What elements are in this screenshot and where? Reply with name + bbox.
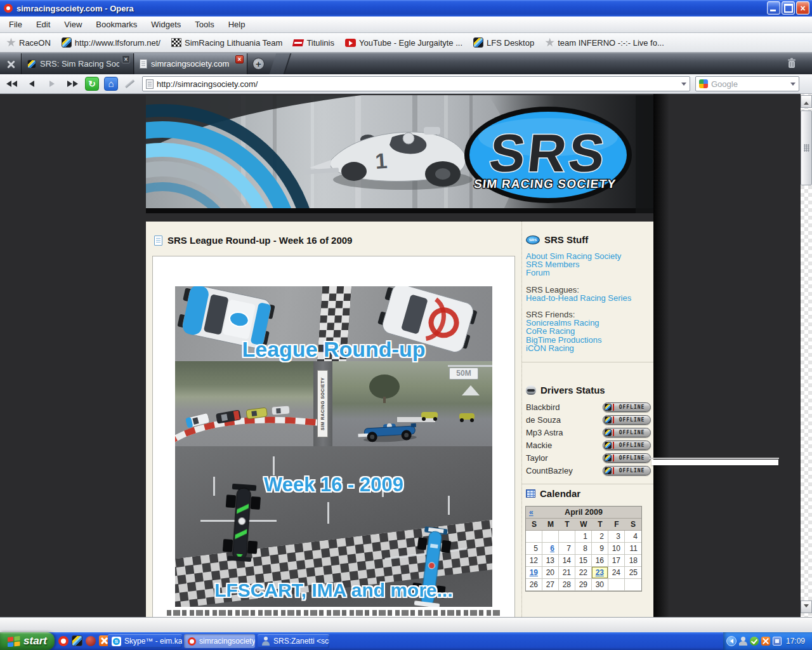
link-icon-racing[interactable]: iCON Racing xyxy=(526,344,652,352)
status-badge: OFFLINE xyxy=(603,466,651,475)
lfs-icon xyxy=(605,404,612,411)
distance-sign: 50M xyxy=(449,368,478,380)
url-input[interactable] xyxy=(157,79,678,89)
calendar-day: 26 xyxy=(526,579,542,591)
search-input[interactable] xyxy=(711,79,787,89)
lfs-icon xyxy=(27,60,36,69)
status-badge: OFFLINE xyxy=(603,428,651,437)
calendar-day: 14 xyxy=(559,555,575,567)
calendar-day: 30 xyxy=(592,579,608,591)
collage-caption-top: League Round-up xyxy=(175,337,492,362)
google-icon xyxy=(699,79,708,88)
banner-art: 1 SRS SIM RACING SOCIETY xyxy=(146,95,653,213)
opera-icon[interactable] xyxy=(58,636,69,646)
bookmark-team-inferno[interactable]: team INFERNO -:-:- Live fo... xyxy=(545,38,664,48)
tab-bar: SRS: Sim Racing Society... × simracingso… xyxy=(0,53,812,74)
bookmark-titulinis[interactable]: Titulinis xyxy=(293,38,334,48)
close-button[interactable]: × xyxy=(796,1,809,15)
menu-tools[interactable]: Tools xyxy=(188,18,220,31)
article-title-row: SRS League Round-up - Week 16 of 2009 xyxy=(154,235,352,246)
svg-text:SIM RACING SOCIETY: SIM RACING SOCIETY xyxy=(473,177,617,190)
search-field[interactable] xyxy=(695,76,799,91)
collage-caption-bottom: LFSCART, IMA and more... xyxy=(175,580,492,601)
windows-update-icon[interactable] xyxy=(773,637,782,646)
red-orb-icon[interactable] xyxy=(86,636,96,646)
menu-view[interactable]: View xyxy=(58,18,88,31)
start-button[interactable]: start xyxy=(0,632,55,650)
bookmark-lfs-desktop[interactable]: LFS Desktop xyxy=(473,37,534,48)
lfs-icon[interactable] xyxy=(72,635,82,646)
calendar-day-today[interactable]: 23 xyxy=(592,567,608,579)
status-badge: OFFLINE xyxy=(603,415,651,425)
window-titlebar: simracingsociety.com - Opera × xyxy=(0,0,812,17)
home-button[interactable]: ⌂ xyxy=(104,77,118,91)
tab-simracingsociety[interactable]: simracingsociety.com × xyxy=(134,53,247,74)
bookmark-raceon[interactable]: RaceON xyxy=(6,38,51,48)
vertical-scrollbar[interactable] xyxy=(801,94,812,617)
link-bigtime[interactable]: BigTime Productions xyxy=(526,336,652,344)
scrollbar-thumb[interactable] xyxy=(801,110,812,185)
close-tab-icon[interactable]: × xyxy=(235,55,244,63)
link-head-to-head[interactable]: Head-to-Head Racing Series xyxy=(526,294,652,302)
scroll-down-button[interactable] xyxy=(801,600,812,613)
article-image[interactable]: SIM RACING SOCIETY 50M League Round-up W… xyxy=(175,286,492,607)
scroll-up-button[interactable] xyxy=(801,95,812,108)
maximize-button[interactable] xyxy=(782,1,795,15)
close-tab-icon[interactable]: × xyxy=(122,55,130,63)
tab-srs-sim-racing-society[interactable]: SRS: Sim Racing Society... × xyxy=(22,53,134,74)
bookmark-lfsforum[interactable]: http://www.lfsforum.net/ xyxy=(62,37,160,48)
svg-text:1: 1 xyxy=(374,149,388,173)
chevron-down-icon[interactable] xyxy=(790,83,796,88)
menu-bookmarks[interactable]: Bookmarks xyxy=(89,18,143,31)
start-label: start xyxy=(23,635,47,647)
xampp-icon[interactable] xyxy=(761,637,770,646)
bookmark-simracing-lithuania[interactable]: SimRacing Lithuania Team xyxy=(171,38,282,48)
menu-file[interactable]: File xyxy=(3,18,29,31)
lfs-icon xyxy=(605,442,612,449)
srs-logo-icon: SRS xyxy=(526,235,540,244)
calendar-prev-button[interactable]: « xyxy=(529,508,534,517)
calendar-day: 16 xyxy=(592,555,608,567)
tray-collapse-icon[interactable] xyxy=(726,636,737,646)
calendar-day xyxy=(625,579,641,591)
calendar-day xyxy=(559,531,575,543)
new-tab-button[interactable]: + xyxy=(252,58,265,70)
calendar-day: 13 xyxy=(542,555,559,567)
taskbar-item-simracingsociety[interactable]: simracingsociety.com ... xyxy=(184,634,255,648)
url-field[interactable] xyxy=(142,76,690,91)
taskbar-item-skype[interactable]: S Skype™ - eim.kasp xyxy=(108,634,182,648)
bookmark-youtube[interactable]: YouTube - Egle Jurgaityte ... xyxy=(345,38,462,48)
window-title: simracingsociety.com - Opera xyxy=(16,4,134,13)
panels-toggle-button[interactable] xyxy=(0,53,22,74)
back-button[interactable] xyxy=(24,76,39,91)
menu-help[interactable]: Help xyxy=(222,18,252,31)
calendar-day-link[interactable]: 19 xyxy=(526,567,542,579)
pencil-icon[interactable] xyxy=(123,77,137,91)
calendar-day: 10 xyxy=(608,543,625,555)
lfs-icon xyxy=(62,37,72,48)
skype-online-icon[interactable] xyxy=(750,637,759,646)
taskbar-item-srs-zanetti[interactable]: SRS:Zanetti <scuderi... xyxy=(258,634,329,648)
calendar-icon xyxy=(526,489,535,498)
trash-icon[interactable] xyxy=(785,57,798,70)
lfs-icon xyxy=(473,37,483,48)
rewind-button[interactable] xyxy=(4,76,19,91)
menu-edit[interactable]: Edit xyxy=(30,18,56,31)
chevron-down-icon[interactable] xyxy=(681,83,686,88)
forward-button[interactable] xyxy=(44,76,60,91)
calendar-day: 29 xyxy=(575,579,592,591)
fast-forward-button[interactable] xyxy=(65,76,80,91)
calendar-day: 18 xyxy=(625,555,641,567)
windows-logo-icon xyxy=(8,635,20,647)
link-core-racing[interactable]: CoRe Racing xyxy=(526,327,652,335)
menu-widgets[interactable]: Widgets xyxy=(145,18,187,31)
calendar-day-link[interactable]: 6 xyxy=(542,543,559,555)
link-forum[interactable]: Forum xyxy=(526,269,652,277)
opera-browser-window: simracingsociety.com - Opera × File Edit… xyxy=(0,0,812,650)
reload-button[interactable]: ↻ xyxy=(85,77,99,91)
messenger-icon[interactable] xyxy=(739,637,747,646)
minimize-button[interactable] xyxy=(767,1,780,15)
status-badge: OFFLINE xyxy=(603,402,651,412)
render-artifact xyxy=(652,460,778,465)
driver-row: CountBazley OFFLINE xyxy=(526,464,651,477)
